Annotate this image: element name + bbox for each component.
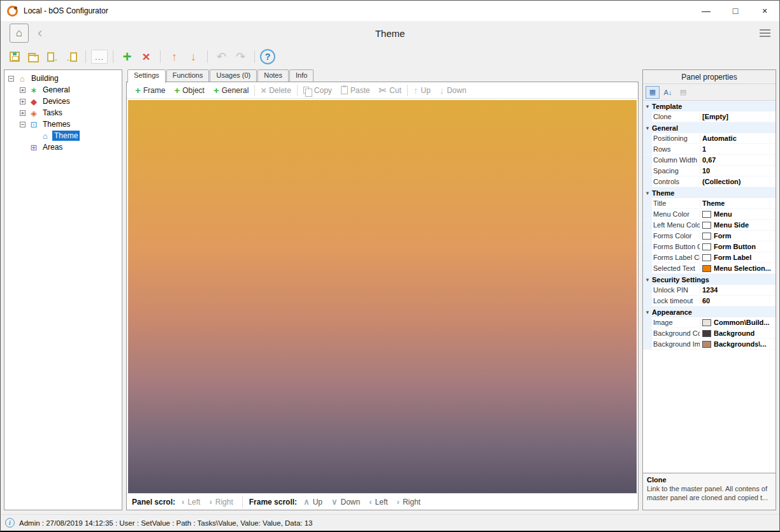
help-button[interactable]: ? [260, 49, 275, 64]
hamburger-menu-button[interactable] [760, 29, 770, 37]
categorized-view-button[interactable]: ▦ [646, 86, 660, 99]
theme-canvas[interactable] [128, 100, 637, 493]
delete-button[interactable]: × [138, 48, 155, 66]
property-value[interactable]: 1 [700, 145, 776, 153]
property-row-forms-button-color[interactable]: Forms Button ColorForm Button [643, 241, 776, 252]
property-value[interactable]: Menu Selection... [700, 264, 776, 272]
tree-item-theme[interactable]: ⌂Theme [6, 130, 120, 141]
tree-item-devices[interactable]: +◆Devices [6, 96, 120, 107]
property-category-template[interactable]: ▾Template [643, 101, 776, 111]
paste-button[interactable]: Paste [336, 83, 375, 97]
property-value[interactable]: Theme [700, 199, 776, 207]
frame-scroll-left-button[interactable]: ‹ Left [369, 497, 387, 507]
home-button[interactable]: ⌂ [10, 24, 29, 43]
property-value[interactable]: Form Button [700, 243, 776, 250]
property-row-controls[interactable]: Controls(Collection) [643, 176, 776, 187]
frame-scroll-up-button[interactable]: ∧ Up [303, 497, 322, 507]
property-value[interactable]: Menu Side [700, 221, 776, 229]
panel-scroll-left-button[interactable]: ‹ Left [182, 497, 200, 507]
redo-button[interactable]: ↷ [232, 48, 249, 66]
down-button[interactable]: ↓Down [435, 83, 471, 97]
expand-icon[interactable]: + [20, 99, 25, 104]
property-value[interactable]: [Empty] [700, 113, 776, 120]
add-button[interactable]: + [119, 48, 136, 66]
up-button[interactable]: ↑Up [409, 83, 435, 97]
property-pages-button[interactable]: ▤ [676, 86, 690, 99]
property-row-background-imag[interactable]: Background ImagBackgrounds\... [643, 339, 776, 350]
open-button[interactable] [25, 48, 42, 66]
property-value[interactable]: Backgrounds\... [700, 340, 776, 348]
property-row-rows[interactable]: Rows1 [643, 144, 776, 155]
property-category-security-settings[interactable]: ▾Security Settings [643, 274, 776, 285]
property-row-positioning[interactable]: PositioningAutomatic [643, 133, 776, 144]
property-row-title[interactable]: TitleTheme [643, 198, 776, 209]
property-row-left-menu-color[interactable]: Left Menu ColorMenu Side [643, 220, 776, 231]
property-row-clone[interactable]: Clone[Empty] [643, 111, 776, 122]
maximize-button[interactable]: □ [721, 1, 750, 21]
undo-button[interactable]: ↶ [213, 48, 230, 66]
collapse-icon[interactable]: ▾ [643, 103, 652, 110]
property-row-menu-color[interactable]: Menu ColorMenu [643, 209, 776, 220]
frame-scroll-right-button[interactable]: › Right [397, 497, 421, 507]
property-row-image[interactable]: ImageCommon\Build... [643, 317, 776, 328]
property-row-background-color[interactable]: Background ColorBackground [643, 328, 776, 339]
property-row-spacing[interactable]: Spacing10 [643, 166, 776, 176]
general-button[interactable]: +General [209, 83, 253, 97]
property-category-appearance[interactable]: ▾Appearance [643, 306, 776, 317]
property-value[interactable]: Common\Build... [700, 319, 776, 326]
close-button[interactable]: × [750, 1, 779, 21]
collapse-icon[interactable]: ▾ [643, 125, 652, 131]
property-value[interactable]: 0,67 [700, 156, 776, 164]
back-button[interactable]: ‹ [38, 25, 42, 41]
property-row-forms-label-color[interactable]: Forms Label ColorForm Label [643, 252, 776, 263]
property-row-lock-timeout[interactable]: Lock timeout60 [643, 296, 776, 306]
expand-icon[interactable]: + [20, 110, 25, 116]
collapse-icon[interactable]: − [8, 76, 14, 82]
move-up-button[interactable]: ↑ [166, 48, 183, 66]
property-row-unlock-pin[interactable]: Unlock PIN1234 [643, 285, 776, 296]
property-row-column-width[interactable]: Column Width0,67 [643, 155, 776, 166]
frame-scroll-down-button[interactable]: ∨ Down [331, 497, 360, 507]
alphabetical-view-button[interactable]: A↓ [661, 86, 675, 99]
collapse-icon[interactable]: ▾ [643, 309, 652, 315]
property-value[interactable]: Form Label [700, 254, 776, 261]
property-value[interactable]: Background [700, 329, 776, 337]
tree-item-building[interactable]: −⌂Building [6, 73, 120, 84]
collapse-icon[interactable]: − [20, 122, 25, 127]
property-row-forms-color[interactable]: Forms ColorForm [643, 231, 776, 241]
expand-icon[interactable]: + [20, 87, 25, 93]
save-button[interactable] [6, 48, 23, 66]
property-value[interactable]: 10 [700, 167, 776, 175]
property-value[interactable]: Form [700, 232, 776, 240]
move-down-button[interactable]: ↓ [185, 48, 202, 66]
object-button[interactable]: +Object [170, 83, 208, 97]
property-row-selected-text[interactable]: Selected TextMenu Selection... [643, 263, 776, 274]
tree-item-areas[interactable]: ⊞Areas [6, 141, 120, 153]
export-button[interactable] [44, 48, 61, 66]
collapse-icon[interactable]: ▾ [643, 277, 652, 283]
cut-button[interactable]: ✂Cut [375, 83, 406, 97]
tree-item-general[interactable]: +∗General [6, 84, 120, 96]
frame-button[interactable]: +Frame [131, 83, 170, 97]
panel-scroll-right-button[interactable]: › Right [209, 497, 233, 507]
collapse-icon[interactable]: ▾ [643, 190, 652, 196]
tab-usages-0[interactable]: Usages (0) [210, 69, 257, 82]
more-button[interactable]: ... [91, 50, 108, 64]
property-category-general[interactable]: ▾General [643, 122, 776, 133]
property-value[interactable]: Automatic [700, 134, 776, 142]
delete-button[interactable]: ×Delete [256, 83, 295, 97]
tab-settings[interactable]: Settings [127, 69, 166, 83]
property-category-theme[interactable]: ▾Theme [643, 187, 776, 198]
tab-info[interactable]: Info [289, 69, 314, 82]
property-value[interactable]: 60 [700, 297, 776, 305]
tree-item-tasks[interactable]: +◈Tasks [6, 107, 120, 119]
minimize-button[interactable]: — [691, 1, 721, 21]
import-button[interactable] [63, 48, 80, 66]
tree-item-themes[interactable]: −⊡Themes [6, 119, 120, 130]
tab-functions[interactable]: Functions [166, 69, 210, 82]
property-value[interactable]: Menu [700, 210, 776, 218]
property-value[interactable]: 1234 [700, 286, 776, 294]
property-value[interactable]: (Collection) [700, 178, 776, 185]
tab-notes[interactable]: Notes [257, 69, 289, 82]
copy-button[interactable]: Copy [299, 83, 336, 97]
